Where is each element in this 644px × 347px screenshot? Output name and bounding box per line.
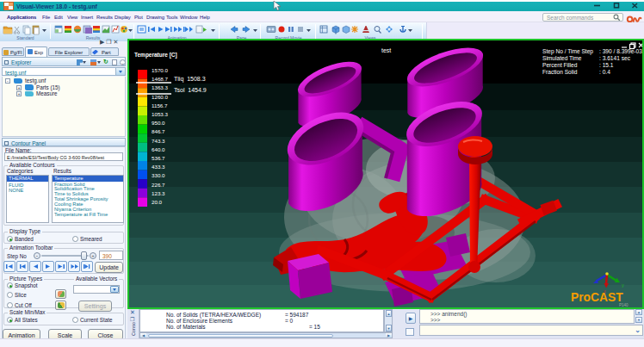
svg-text:: 3.6141 sec: : 3.6141 sec bbox=[599, 55, 631, 61]
svg-text:Tliq 1508.3: Tliq 1508.3 bbox=[174, 76, 206, 83]
svg-text:Percent Filled: Percent Filled bbox=[542, 62, 578, 68]
svg-text:1053.3: 1053.3 bbox=[152, 111, 168, 117]
svg-text:Simulated Time: Simulated Time bbox=[542, 55, 582, 61]
svg-text:1363.3: 1363.3 bbox=[152, 84, 168, 90]
svg-text:226.7: 226.7 bbox=[152, 182, 165, 188]
svg-text:536.7: 536.7 bbox=[152, 155, 165, 161]
svg-text:950.0: 950.0 bbox=[152, 120, 165, 126]
svg-text:743.3: 743.3 bbox=[152, 138, 165, 144]
svg-text:433.3: 433.3 bbox=[152, 164, 165, 170]
svg-text:1156.7: 1156.7 bbox=[152, 102, 168, 108]
svg-text:846.7: 846.7 bbox=[152, 128, 165, 134]
svg-text:: 0.4: : 0.4 bbox=[599, 69, 610, 75]
svg-text:: 15.1: : 15.1 bbox=[599, 62, 614, 68]
svg-text:640.0: 640.0 bbox=[152, 146, 165, 152]
svg-text:test: test bbox=[381, 47, 391, 53]
svg-text:ProCAST: ProCAST bbox=[571, 291, 623, 304]
svg-text:1570.0: 1570.0 bbox=[152, 67, 168, 73]
svg-text:20.0: 20.0 bbox=[152, 199, 163, 205]
svg-text:Step No / Time Step: Step No / Time Step bbox=[542, 48, 593, 55]
svg-text:: 390 / 8.399e-03: : 390 / 8.399e-03 bbox=[599, 48, 642, 54]
svg-text:Tsol 1454.9: Tsol 1454.9 bbox=[174, 87, 207, 93]
svg-text:y: y bbox=[622, 282, 624, 288]
svg-text:123.3: 123.3 bbox=[152, 190, 165, 196]
svg-text:Fraction Solid: Fraction Solid bbox=[542, 69, 578, 75]
svg-text:P140: P140 bbox=[619, 303, 629, 307]
svg-text:330.0: 330.0 bbox=[152, 172, 165, 178]
svg-text:1468.7: 1468.7 bbox=[152, 76, 168, 82]
svg-text:Temperature [C]: Temperature [C] bbox=[134, 52, 177, 59]
